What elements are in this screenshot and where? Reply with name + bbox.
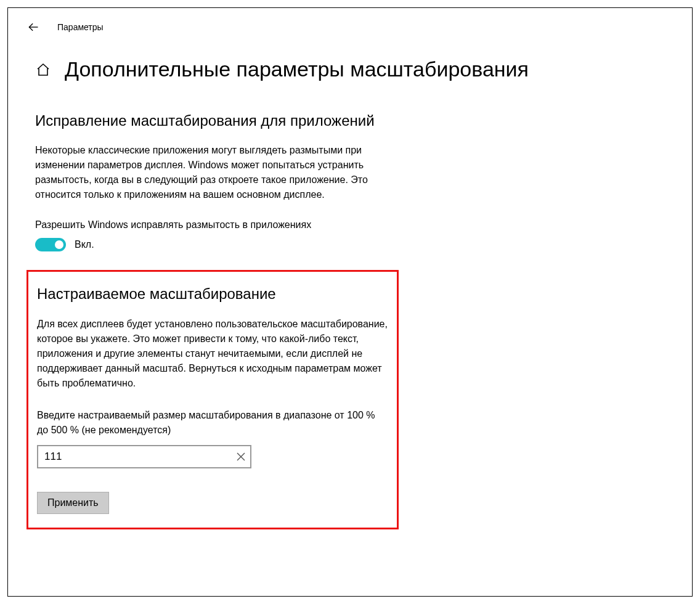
custom-scaling-description: Для всех дисплеев будет установлено поль… [37,317,388,391]
fix-scaling-description: Некоторые классические приложения могут … [35,143,393,202]
fix-scaling-heading: Исправление масштабирования для приложен… [35,111,399,131]
custom-scaling-input[interactable] [37,445,251,468]
app-title: Параметры [57,22,104,32]
home-button[interactable] [35,62,51,78]
home-icon [36,62,51,77]
page-header: Дополнительные параметры масштабирования [35,57,674,81]
content-area: Исправление масштабирования для приложен… [35,111,399,529]
custom-scaling-heading: Настраиваемое масштабирование [37,284,388,304]
close-icon [237,452,245,461]
fix-scaling-toggle-label: Разрешить Windows исправлять размытость … [35,219,399,231]
apply-button[interactable]: Применить [37,492,109,514]
toggle-knob [55,240,63,249]
custom-scaling-section: Настраиваемое масштабирование Для всех д… [26,270,399,529]
custom-scaling-input-label: Введите настраиваемый размер масштабиров… [37,408,388,438]
fix-scaling-toggle-row: Вкл. [35,238,399,251]
clear-input-button[interactable] [235,451,246,462]
back-button[interactable] [26,20,40,34]
custom-scaling-input-wrapper [37,445,251,468]
page-title: Дополнительные параметры масштабирования [65,57,529,81]
arrow-left-icon [27,21,39,33]
title-bar: Параметры [26,20,674,34]
settings-window: Параметры Дополнительные параметры масшт… [7,7,693,597]
fix-scaling-toggle-state: Вкл. [75,239,94,250]
fix-scaling-toggle[interactable] [35,238,66,251]
